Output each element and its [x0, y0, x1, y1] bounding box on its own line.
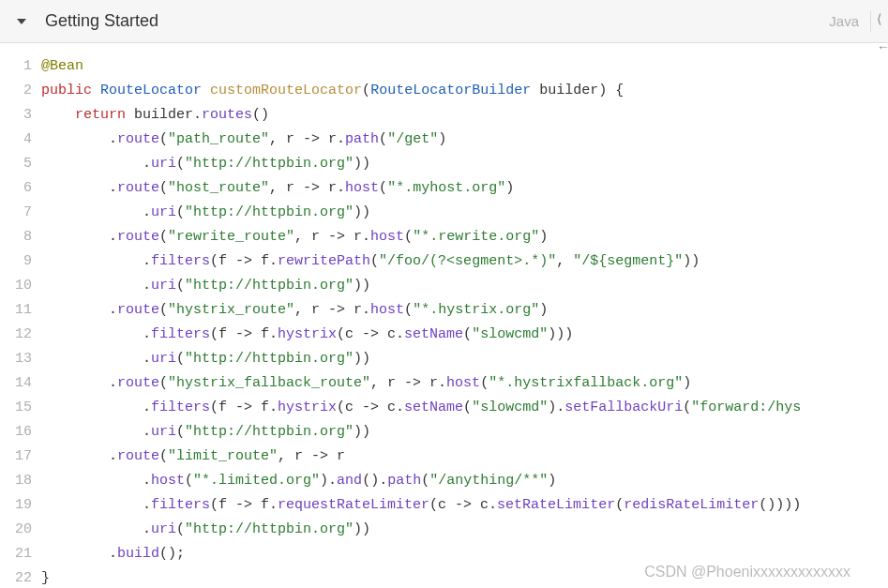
line-number: 16 [0, 420, 32, 445]
code-line: .uri("http://httpbin.org")) [41, 274, 888, 298]
code-line: .host("*.limited.org").and().path("/anyt… [41, 469, 888, 493]
line-number: 9 [0, 249, 32, 274]
line-number: 8 [0, 225, 32, 249]
line-number: 5 [0, 152, 32, 176]
code-line: .route("hystrix_fallback_route", r -> r.… [41, 371, 888, 396]
header-divider [870, 11, 871, 32]
line-number: 12 [0, 323, 32, 347]
collapse-caret-icon[interactable] [17, 19, 26, 24]
line-number: 19 [0, 493, 32, 518]
side-icons: ⟨ ← [877, 11, 888, 54]
line-number: 15 [0, 396, 32, 420]
code-line: .route("path_route", r -> r.path("/get") [41, 128, 888, 152]
code-line: .filters(f -> f.hystrix(c -> c.setName("… [41, 323, 888, 347]
code-block-header: Getting Started Java [0, 0, 888, 43]
code-line: .route("hystrix_route", r -> r.host("*.h… [41, 298, 888, 323]
code-line: .uri("http://httpbin.org")) [41, 420, 888, 445]
line-number: 14 [0, 371, 32, 396]
code-line: } [41, 566, 888, 588]
code-line: .route("host_route", r -> r.host("*.myho… [41, 176, 888, 201]
code-line: .build(); [41, 542, 888, 566]
code-content[interactable]: @Beanpublic RouteLocator customRouteLoca… [41, 54, 888, 588]
line-number: 1 [0, 54, 32, 79]
line-number: 21 [0, 542, 32, 566]
line-number: 11 [0, 298, 32, 323]
code-line: .uri("http://httpbin.org")) [41, 201, 888, 225]
line-number-gutter: 12345678910111213141516171819202122 [0, 54, 41, 588]
code-line: .uri("http://httpbin.org")) [41, 347, 888, 371]
section-title: Getting Started [45, 11, 829, 31]
line-number: 3 [0, 103, 32, 128]
line-number: 20 [0, 518, 32, 542]
line-number: 17 [0, 445, 32, 469]
line-number: 18 [0, 469, 32, 493]
code-line: .filters(f -> f.hystrix(c -> c.setName("… [41, 396, 888, 420]
copy-icon[interactable]: ⟨ [877, 11, 888, 26]
code-line: return builder.routes() [41, 103, 888, 128]
code-line: .route("rewrite_route", r -> r.host("*.r… [41, 225, 888, 249]
code-line: public RouteLocator customRouteLocator(R… [41, 79, 888, 103]
back-icon[interactable]: ← [877, 39, 888, 54]
code-line: .filters(f -> f.rewritePath("/foo/(?<seg… [41, 249, 888, 274]
language-label: Java [829, 13, 859, 29]
line-number: 7 [0, 201, 32, 225]
line-number: 10 [0, 274, 32, 298]
line-number: 13 [0, 347, 32, 371]
code-line: .uri("http://httpbin.org")) [41, 152, 888, 176]
code-line: .route("limit_route", r -> r [41, 445, 888, 469]
line-number: 2 [0, 79, 32, 103]
code-line: @Bean [41, 54, 888, 79]
line-number: 22 [0, 566, 32, 588]
code-line: .filters(f -> f.requestRateLimiter(c -> … [41, 493, 888, 518]
line-number: 6 [0, 176, 32, 201]
code-area: 12345678910111213141516171819202122 @Bea… [0, 43, 888, 588]
code-line: .uri("http://httpbin.org")) [41, 518, 888, 542]
line-number: 4 [0, 128, 32, 152]
